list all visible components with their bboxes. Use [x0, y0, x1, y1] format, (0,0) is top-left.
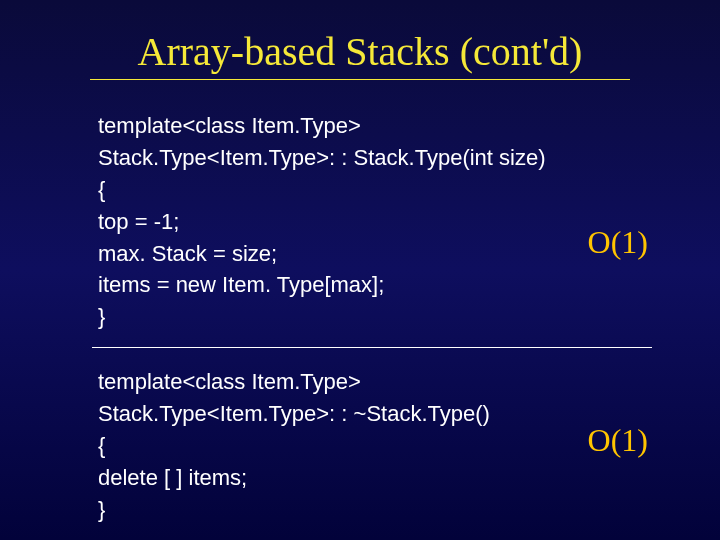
complexity-annotation: O(1) [588, 422, 648, 459]
code-line: Stack.Type<Item.Type>: : Stack.Type(int … [98, 142, 680, 174]
code-line: delete [ ] items; [98, 462, 680, 494]
slide-title: Array-based Stacks (cont'd) [0, 0, 720, 79]
title-underline [90, 79, 630, 80]
slide-content: template<class Item.Type> Stack.Type<Ite… [0, 110, 720, 526]
code-line: } [98, 494, 680, 526]
code-line: template<class Item.Type> [98, 110, 680, 142]
code-line: { [98, 174, 680, 206]
code-line: template<class Item.Type> [98, 366, 680, 398]
code-line: items = new Item. Type[max]; [98, 269, 680, 301]
section-divider [92, 347, 652, 348]
code-line: } [98, 301, 680, 333]
complexity-annotation: O(1) [588, 224, 648, 261]
